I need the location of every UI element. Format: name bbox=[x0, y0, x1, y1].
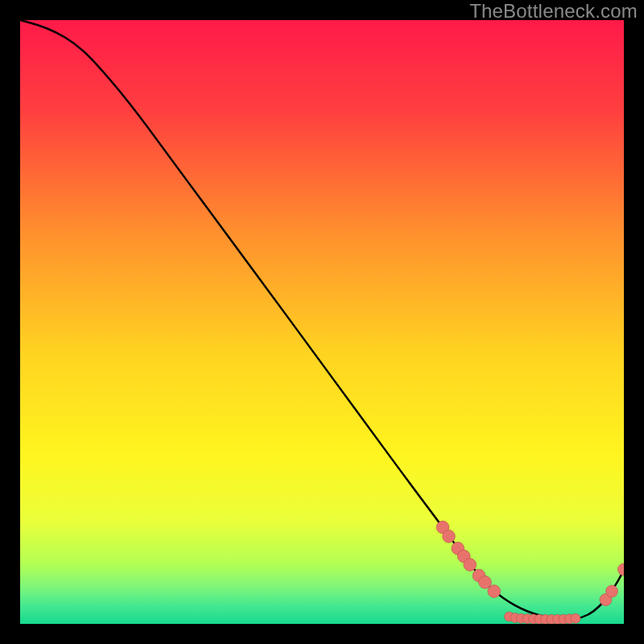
gradient-background bbox=[20, 20, 624, 624]
chart-svg bbox=[20, 20, 624, 624]
data-marker bbox=[606, 585, 618, 597]
plot-area bbox=[20, 20, 624, 624]
data-marker bbox=[464, 559, 477, 572]
data-marker bbox=[571, 613, 580, 623]
data-marker bbox=[443, 530, 456, 543]
watermark-text: TheBottleneck.com bbox=[469, 0, 638, 23]
chart-container: TheBottleneck.com bbox=[0, 0, 644, 644]
data-marker bbox=[488, 585, 501, 598]
